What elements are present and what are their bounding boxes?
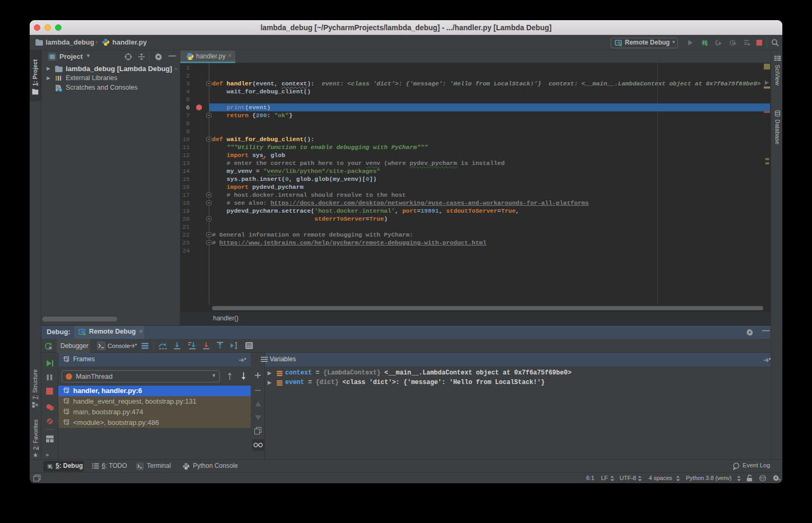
svg-text:?: ? <box>779 478 781 482</box>
